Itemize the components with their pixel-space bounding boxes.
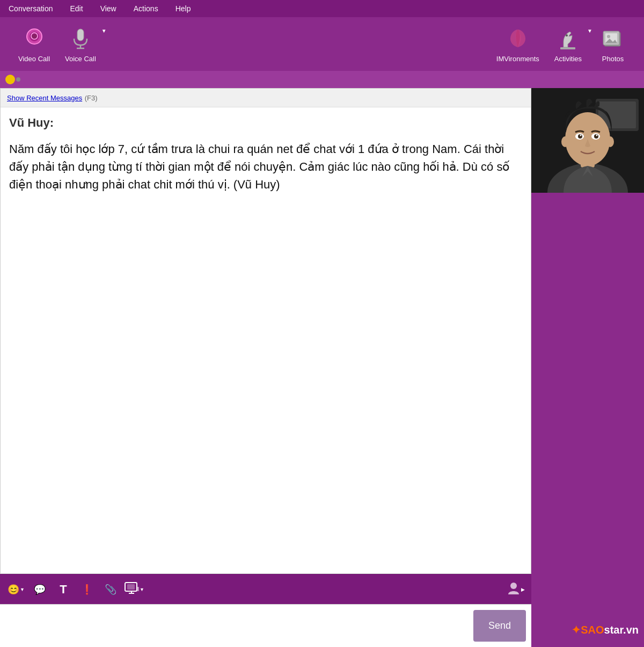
svg-point-30 <box>561 136 569 147</box>
right-panel: ✦SAOstar.vn <box>531 88 644 647</box>
menu-view[interactable]: View <box>97 2 120 15</box>
svg-point-18 <box>510 583 517 589</box>
svg-point-31 <box>606 136 614 147</box>
right-lower-panel: ✦SAOstar.vn <box>531 193 644 647</box>
menu-help[interactable]: Help <box>172 2 194 15</box>
emoji-arrow: ▼ <box>20 587 25 592</box>
contact-arrow: ▶ <box>521 587 525 592</box>
imvironments-icon <box>505 26 531 52</box>
message-input[interactable] <box>0 605 473 647</box>
svg-rect-17 <box>137 587 139 591</box>
emoji-button[interactable]: 😊 ▼ <box>6 580 26 599</box>
format-toolbar: 😊 ▼ 💬 T ❗ 📎 <box>0 574 531 604</box>
imvironments-label: IMVironments <box>496 55 539 63</box>
contact-icon <box>506 580 521 598</box>
photos-icon <box>600 26 626 52</box>
logo-star-icon: ✦ <box>572 624 581 636</box>
webcam-image <box>531 88 644 193</box>
screen-share-button[interactable]: ▼ <box>125 580 144 599</box>
voice-call-button[interactable]: Voice Call <box>57 24 104 65</box>
activities-label: Activities <box>554 55 582 63</box>
chat-area: Show Recent Messages (F3) Vũ Huy: Năm đấ… <box>0 88 531 647</box>
contact-svg <box>506 580 521 595</box>
photos-label: Photos <box>602 55 624 63</box>
activities-button[interactable]: Activities <box>547 24 589 65</box>
svg-point-28 <box>580 135 582 136</box>
svg-rect-14 <box>127 584 135 590</box>
webcam-feed <box>531 88 644 193</box>
text-format-button[interactable]: T <box>54 580 73 599</box>
send-button[interactable]: Send <box>473 610 526 642</box>
menu-bar: Conversation Edit View Actions Help <box>0 0 644 17</box>
nudge-icon: ❗ <box>81 584 93 595</box>
toolbar-right: IMVironments Activities ▼ <box>489 24 633 65</box>
chess-knight-svg <box>556 27 580 50</box>
microphone-svg <box>69 27 92 50</box>
screen-share-arrow: ▼ <box>140 587 144 592</box>
photos-button[interactable]: Photos <box>592 24 633 65</box>
message-display: Show Recent Messages (F3) Vũ Huy: Năm đấ… <box>0 88 531 574</box>
text-format-icon: T <box>60 583 67 597</box>
voice-call-btn-group: Voice Call ▼ <box>57 24 107 65</box>
activities-arrow[interactable]: ▼ <box>587 28 592 34</box>
voice-call-label: Voice Call <box>65 55 96 63</box>
svg-rect-4 <box>77 29 84 41</box>
show-recent-shortcut: (F3) <box>85 94 98 102</box>
emoji-icon: 😊 <box>8 584 19 595</box>
attach-button[interactable]: 📎 <box>101 580 120 599</box>
logo-sao-text: SAO <box>581 624 604 636</box>
photos-svg <box>601 27 625 50</box>
video-call-btn-group: Video Call <box>11 24 57 65</box>
svg-rect-7 <box>560 47 575 49</box>
menu-conversation[interactable]: Conversation <box>5 2 56 15</box>
logo-area: ✦SAOstar.vn <box>572 623 639 636</box>
imvironments-button[interactable]: IMVironments <box>489 24 547 65</box>
input-area: Send <box>0 604 531 647</box>
camera-svg <box>23 27 46 50</box>
attach-icon: 📎 <box>105 584 116 595</box>
svg-point-8 <box>566 34 568 37</box>
screen-share-svg <box>124 581 139 594</box>
show-recent-bar: Show Recent Messages (F3) <box>1 89 531 107</box>
show-recent-link[interactable]: Show Recent Messages <box>7 94 82 102</box>
logo-suffix-text: star.vn <box>604 624 639 636</box>
toolbar: Video Call Voice Call ▼ <box>0 17 644 71</box>
face-svg <box>531 88 644 193</box>
activities-icon <box>555 26 581 52</box>
leaf-svg <box>506 27 530 50</box>
video-call-button[interactable]: Video Call <box>11 24 57 65</box>
menu-actions[interactable]: Actions <box>130 2 162 15</box>
svg-point-29 <box>596 135 598 136</box>
video-call-label: Video Call <box>18 55 50 63</box>
chat-style-icon: 💬 <box>34 584 46 595</box>
status-dot-small <box>16 77 20 82</box>
status-dot-online <box>5 75 15 84</box>
message-body: Vũ Huy: Năm đấy tôi học lớp 7, cứ tầm tr… <box>1 107 531 200</box>
menu-edit[interactable]: Edit <box>67 2 86 15</box>
nudge-button[interactable]: ❗ <box>77 580 97 599</box>
contact-button[interactable]: ▶ <box>506 580 525 599</box>
voice-call-arrow[interactable]: ▼ <box>101 28 107 34</box>
sender-name: Vũ Huy: <box>9 114 522 132</box>
activities-btn-group: Activities ▼ <box>547 24 592 65</box>
voice-call-icon <box>68 26 93 52</box>
message-text: Năm đấy tôi học lớp 7, cứ tầm trưa là ch… <box>9 140 522 193</box>
main-content: Show Recent Messages (F3) Vũ Huy: Năm đấ… <box>0 88 644 647</box>
screen-share-icon <box>124 581 139 597</box>
svg-point-12 <box>607 35 610 38</box>
chat-style-button[interactable]: 💬 <box>30 580 49 599</box>
status-bar <box>0 71 644 88</box>
video-call-icon <box>21 26 47 52</box>
